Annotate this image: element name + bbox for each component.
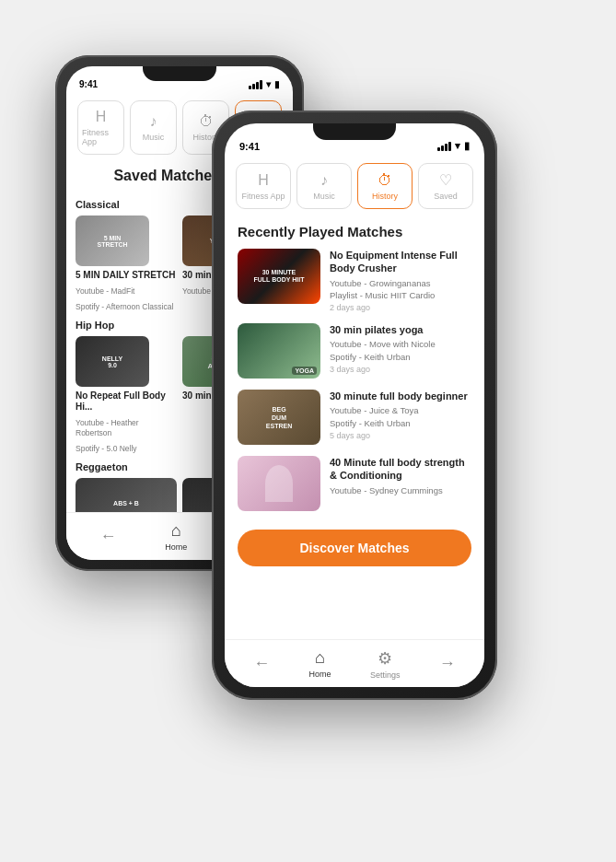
front-tab-row: H Fitness App ♪ Music ⏱ History ♡ Saved bbox=[225, 156, 484, 216]
hiphop-item-1: NELLY9.0 No Repeat Full Body Hi... Youtu… bbox=[76, 336, 177, 454]
recently-played-title: Recently Played Matches bbox=[238, 224, 471, 239]
front-bottom-nav: ← ⌂ Home ⚙ Settings → bbox=[225, 639, 484, 687]
signal-bar-2 bbox=[252, 84, 255, 89]
hiphop-title-1: No Repeat Full Body Hi... bbox=[76, 390, 177, 413]
match-item-4[interactable]: 40 Minute full body strength & Condition… bbox=[238, 456, 471, 511]
front-saved-icon: ♡ bbox=[439, 171, 452, 189]
match-thumb-3: BEGDUMESTREN bbox=[238, 390, 320, 445]
tab-history-front[interactable]: ⏱ History bbox=[357, 163, 413, 209]
front-signal-bars bbox=[437, 142, 451, 151]
classical-sub-1b: Spotify - Afternoon Classical bbox=[76, 302, 177, 312]
home-icon-front: ⌂ bbox=[315, 648, 325, 668]
back-nav-back[interactable]: ← bbox=[99, 527, 116, 546]
tab-music-front[interactable]: ♪ Music bbox=[296, 163, 352, 209]
history-icon: ⏱ bbox=[199, 113, 214, 130]
front-phone: 9:41 ▾ ▮ H Fitness App ♪ Music bbox=[212, 111, 497, 700]
match-time-1: 2 days ago bbox=[330, 303, 471, 312]
wifi-icon: ▾ bbox=[266, 79, 271, 89]
match-info-4: 40 Minute full body strength & Condition… bbox=[330, 456, 471, 496]
front-time: 9:41 bbox=[239, 141, 260, 152]
match-title-3: 30 minute full body beginner bbox=[330, 390, 471, 402]
classical-title-1: 5 MIN DAILY STRETCH bbox=[76, 270, 177, 281]
signal-bar-1 bbox=[249, 86, 251, 89]
front-notch bbox=[313, 123, 396, 140]
match-info-3: 30 minute full body beginner Youtube - J… bbox=[330, 390, 471, 440]
back-nav-home[interactable]: ⌂ Home bbox=[165, 521, 187, 552]
front-nav-settings[interactable]: ⚙ Settings bbox=[370, 648, 401, 680]
classical-thumb-1: 5 MINSTRETCH bbox=[76, 216, 149, 266]
front-history-icon: ⏱ bbox=[378, 172, 392, 189]
front-signal-2 bbox=[441, 146, 444, 151]
match-source2-1: Playlist - Music HIIT Cardio bbox=[330, 289, 471, 301]
tab-fitness-label: Fitness App bbox=[82, 128, 120, 146]
tab-history-label-front: History bbox=[372, 192, 398, 201]
music-icon: ♪ bbox=[150, 113, 157, 130]
front-nav-forward[interactable]: → bbox=[439, 654, 456, 673]
tab-fitness-back[interactable]: H Fitness App bbox=[77, 100, 124, 155]
match-item-2[interactable]: 30 min pilates yoga Youtube - Move with … bbox=[238, 323, 471, 379]
tab-music-label: Music bbox=[143, 133, 165, 142]
battery-icon: ▮ bbox=[274, 79, 280, 89]
match-time-3: 5 days ago bbox=[330, 431, 471, 440]
front-nav-home[interactable]: ⌂ Home bbox=[309, 648, 331, 679]
signal-bar-3 bbox=[256, 82, 259, 89]
signal-bars bbox=[249, 80, 262, 89]
front-fitness-icon: H bbox=[258, 172, 269, 189]
front-back-arrow-icon: ← bbox=[253, 654, 270, 673]
discover-button[interactable]: Discover Matches bbox=[238, 530, 471, 566]
match-title-2: 30 min pilates yoga bbox=[330, 323, 471, 336]
home-label-back: Home bbox=[165, 542, 187, 552]
back-status-icons: ▾ ▮ bbox=[249, 79, 280, 89]
front-content: Recently Played Matches 30 MINUTEFULL BO… bbox=[225, 216, 484, 574]
match-info-2: 30 min pilates yoga Youtube - Move with … bbox=[330, 323, 471, 374]
front-nav-back[interactable]: ← bbox=[253, 654, 270, 673]
signal-bar-4 bbox=[260, 80, 262, 89]
match-title-4: 40 Minute full body strength & Condition… bbox=[330, 456, 471, 483]
match-thumb-1: 30 MINUTEFULL BODY HIIT bbox=[238, 249, 320, 304]
back-time: 9:41 bbox=[79, 79, 98, 89]
back-arrow-icon: ← bbox=[99, 527, 116, 546]
forward-arrow-icon: → bbox=[439, 654, 456, 673]
hiphop-sub-1: Youtube - Heather Robertson bbox=[76, 418, 177, 438]
front-music-icon: ♪ bbox=[320, 172, 328, 189]
front-wifi-icon: ▾ bbox=[455, 140, 460, 152]
classical-item-1: 5 MINSTRETCH 5 MIN DAILY STRETCH Youtube… bbox=[76, 216, 177, 312]
match-source1-3: Youtube - Juice & Toya bbox=[330, 404, 471, 416]
tab-saved-label-front: Saved bbox=[434, 192, 458, 201]
match-source1-1: Youtube - Growingananas bbox=[330, 277, 471, 289]
back-notch bbox=[143, 66, 216, 81]
tab-saved-front[interactable]: ♡ Saved bbox=[418, 163, 473, 209]
home-icon-back: ⌂ bbox=[171, 521, 181, 541]
match-item-1[interactable]: 30 MINUTEFULL BODY HIIT No Equipment Int… bbox=[238, 249, 471, 312]
settings-label-front: Settings bbox=[370, 670, 401, 680]
hiphop-sub-1b: Spotify - 5.0 Nelly bbox=[76, 444, 177, 454]
match-item-3[interactable]: BEGDUMESTREN 30 minute full body beginne… bbox=[238, 390, 471, 445]
front-signal-1 bbox=[437, 147, 440, 151]
tab-music-back[interactable]: ♪ Music bbox=[130, 100, 177, 155]
tab-fitness-label-front: Fitness App bbox=[241, 192, 285, 201]
tab-music-label-front: Music bbox=[313, 192, 335, 201]
match-source2-3: Spotify - Keith Urban bbox=[330, 417, 471, 429]
front-status-icons: ▾ ▮ bbox=[437, 140, 470, 152]
match-time-2: 3 days ago bbox=[330, 365, 471, 374]
match-source2-2: Spotify - Keith Urban bbox=[330, 351, 471, 363]
match-thumb-4 bbox=[238, 456, 320, 511]
match-source1-2: Youtube - Move with Nicole bbox=[330, 338, 471, 350]
front-signal-3 bbox=[445, 144, 447, 151]
fitness-icon: H bbox=[96, 109, 107, 125]
front-battery-icon: ▮ bbox=[464, 140, 470, 152]
front-signal-4 bbox=[448, 142, 451, 151]
match-info-1: No Equipment Intense Full Body Crusher Y… bbox=[330, 249, 471, 312]
match-source1-4: Youtube - Sydney Cummings bbox=[330, 484, 471, 496]
tab-fitness-front[interactable]: H Fitness App bbox=[236, 163, 291, 209]
hiphop-thumb-1: NELLY9.0 bbox=[76, 336, 149, 387]
home-label-front: Home bbox=[309, 670, 331, 679]
classical-sub-1: Youtube - MadFit bbox=[76, 286, 177, 297]
front-phone-screen: 9:41 ▾ ▮ H Fitness App ♪ Music bbox=[225, 123, 484, 687]
match-title-1: No Equipment Intense Full Body Crusher bbox=[330, 249, 471, 275]
match-thumb-2 bbox=[238, 323, 320, 379]
settings-icon-front: ⚙ bbox=[378, 648, 392, 669]
